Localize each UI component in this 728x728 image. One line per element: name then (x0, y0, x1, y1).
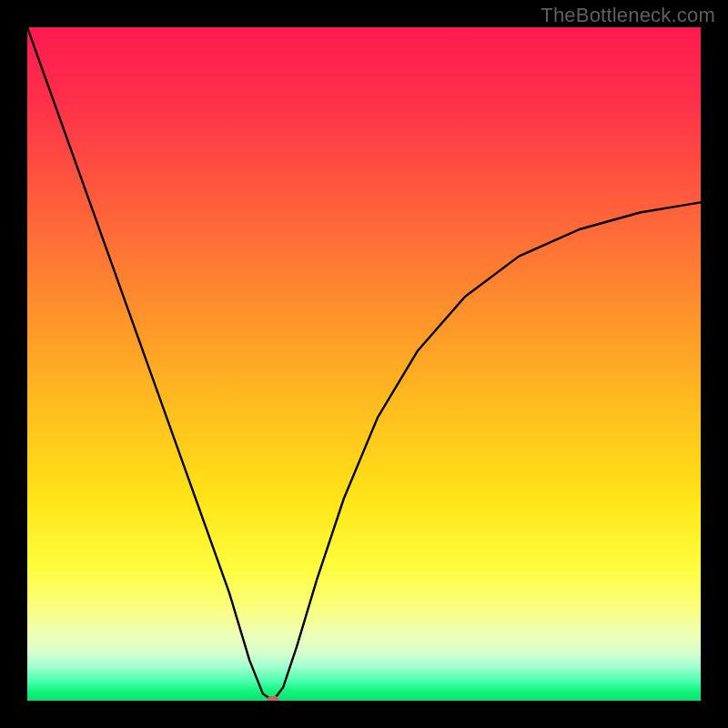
watermark-text: TheBottleneck.com (541, 4, 715, 27)
bottleneck-curve (27, 27, 701, 701)
chart-frame: TheBottleneck.com (0, 0, 728, 728)
plot-area (27, 27, 701, 701)
optimum-marker (267, 696, 279, 701)
